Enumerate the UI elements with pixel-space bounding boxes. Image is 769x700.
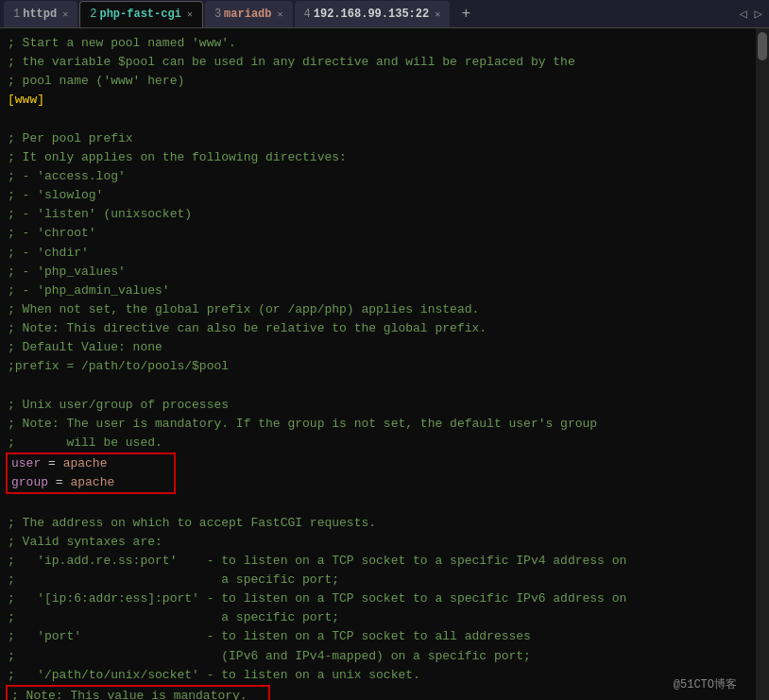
- watermark: @51CTO博客: [674, 676, 737, 692]
- scrollbar[interactable]: [756, 28, 769, 700]
- tab-next[interactable]: ▷: [752, 6, 765, 22]
- line-10: ; - 'listen' (unixsocket): [6, 205, 756, 224]
- line-13: ; - 'php_values': [6, 263, 756, 282]
- line-22: ; will be used.: [6, 434, 756, 452]
- tab-prev[interactable]: ◁: [736, 6, 749, 22]
- tab-add-button[interactable]: +: [455, 4, 476, 25]
- line-group: group = apache: [9, 473, 172, 492]
- scrollbar-thumb[interactable]: [758, 32, 767, 60]
- line-14: ; - 'php_admin_values': [6, 282, 756, 300]
- line-1: ; Start a new pool named 'www'.: [6, 34, 756, 53]
- terminal[interactable]: ; Start a new pool named 'www'. ; the va…: [0, 28, 756, 700]
- line-18: ;prefix = /path/to/pools/$pool: [6, 357, 756, 376]
- line-9: ; - 'slowlog': [6, 186, 756, 205]
- line-21: ; Note: The user is mandatory. If the gr…: [6, 415, 756, 434]
- line-12: ; - 'chdir': [6, 244, 756, 263]
- line-fastcgi9: ; '/path/to/unix/socket' - to listen on …: [6, 666, 756, 685]
- tab-1[interactable]: 1 httpd ✕: [4, 1, 77, 27]
- line-fastcgi7: ; 'port' - to listen on a TCP socket to …: [6, 627, 756, 646]
- line-11: ; - 'chroot': [6, 224, 756, 243]
- line-fastcgi5: ; '[ip:6:addr:ess]:port' - to listen on …: [6, 589, 756, 608]
- line-5: [6, 111, 756, 129]
- tab-navigation: ◁ ▷: [736, 6, 765, 22]
- line-3: ; pool name ('www' here): [6, 72, 756, 91]
- line-20: ; Unix user/group of processes: [6, 396, 756, 415]
- tab-4[interactable]: 4 192.168.99.135:22 ✕: [295, 1, 451, 27]
- line-17: ; Default Value: none: [6, 338, 756, 357]
- line-6: ; Per pool prefix: [6, 129, 756, 148]
- listen-highlighted-block: ; Note: This value is mandatory. listen …: [6, 685, 756, 700]
- line-19: [6, 377, 756, 396]
- line-7: ; It only applies on the following direc…: [6, 148, 756, 167]
- line-fastcgi4: ; a specific port;: [6, 571, 756, 589]
- line-8: ; - 'access.log': [6, 167, 756, 186]
- tab-bar: 1 httpd ✕ 2 php-fast-cgi ✕ 3 mariadb ✕ 4…: [0, 0, 769, 28]
- content-wrapper: ; Start a new pool named 'www'. ; the va…: [0, 28, 769, 700]
- line-user: user = apache: [9, 454, 172, 473]
- line-fastcgi3: ; 'ip.add.re.ss:port' - to listen on a T…: [6, 552, 756, 571]
- line-fastcgi8: ; (IPv6 and IPv4-mapped) on a specific p…: [6, 647, 756, 666]
- highlighted-block: user = apache group = apache: [6, 452, 756, 494]
- tab-2[interactable]: 2 php-fast-cgi ✕: [79, 1, 203, 27]
- line-16: ; Note: This directive can also be relat…: [6, 319, 756, 338]
- line-fastcgi2: ; Valid syntaxes are:: [6, 533, 756, 552]
- line-mandatory: ; Note: This value is mandatory.: [9, 687, 266, 700]
- line-4: [www]: [6, 91, 756, 110]
- line-fastcgi1: ; The address on which to accept FastCGI…: [6, 514, 756, 533]
- line-15: ; When not set, the global prefix (or /a…: [6, 300, 756, 319]
- line-2: ; the variable $pool can be used in any …: [6, 53, 756, 72]
- line-fastcgi6: ; a specific port;: [6, 608, 756, 627]
- line-blank2: [6, 494, 756, 513]
- tab-3[interactable]: 3 mariadb ✕: [205, 1, 293, 27]
